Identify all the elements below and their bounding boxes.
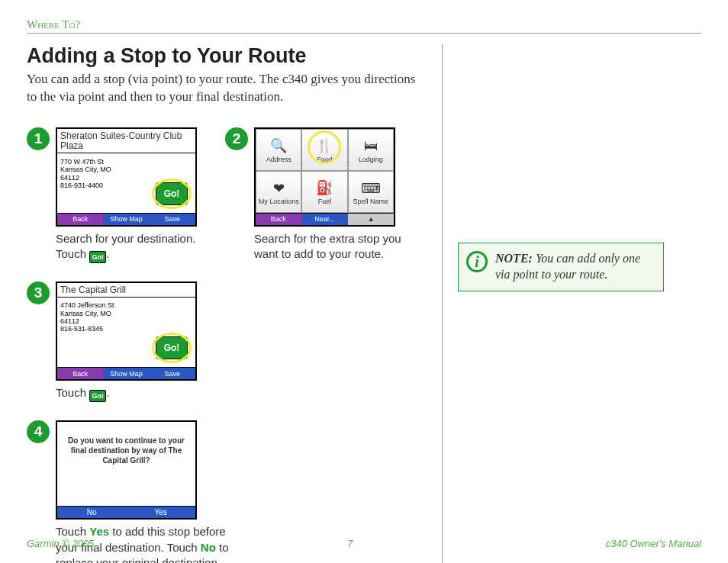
step-number-4: 4 — [27, 420, 50, 443]
step-number-1: 1 — [27, 127, 50, 150]
highlight-ring-icon — [152, 333, 192, 363]
go-inline-icon: Go! — [89, 390, 106, 402]
yes-button[interactable]: Yes — [127, 506, 196, 518]
category-fuel[interactable]: ⛽Fuel — [301, 171, 347, 213]
no-button[interactable]: No — [57, 506, 127, 518]
header-rule: Where To? — [27, 18, 701, 34]
poi-title: The Capital Grill — [57, 283, 195, 298]
confirmation-prompt: Do you want to continue to your final de… — [63, 436, 189, 465]
show-map-softkey[interactable]: Show Map — [103, 367, 149, 379]
step-3: 3 The Capital Grill 4740 Jefferson St Ka… — [27, 282, 225, 402]
step-2-screenshot: 🔍Address 🍴Food 🛏Lodging ❤My Locations ⛽F… — [254, 127, 395, 227]
save-softkey[interactable]: Save — [150, 367, 195, 379]
step-2-caption: Search for the extra stop you want to ad… — [254, 231, 424, 262]
caption-text: Touch — [56, 386, 89, 399]
addr-line: 816-931-4400 — [60, 182, 103, 189]
lodging-icon: 🛏 — [361, 136, 381, 156]
footer-right: c340 Owner's Manual — [606, 538, 701, 549]
category-address[interactable]: 🔍Address — [256, 129, 301, 171]
category-spell-name[interactable]: ⌨Spell Name — [348, 171, 394, 213]
page-title: Adding a Stop to Your Route — [27, 44, 428, 68]
poi-title: Sheraton Suites-Country Club Plaza — [57, 129, 195, 153]
step-3-screenshot: The Capital Grill 4740 Jefferson St Kans… — [56, 282, 197, 381]
save-softkey[interactable]: Save — [150, 213, 195, 225]
category-label: Lodging — [359, 156, 383, 163]
back-softkey[interactable]: Back — [256, 213, 301, 225]
left-column: Adding a Stop to Your Route You can add … — [27, 44, 443, 563]
addr-line: 816-531-8345 — [60, 325, 103, 333]
intro-text: You can add a stop (via point) to your r… — [27, 71, 428, 106]
step-1-screenshot: Sheraton Suites-Country Club Plaza 770 W… — [56, 127, 197, 227]
note-text: NOTE: You can add only one via point to … — [495, 251, 654, 283]
caption-text: Search for your destination. Touch — [56, 232, 195, 260]
addr-line: Kansas City, MO — [60, 166, 111, 173]
go-inline-icon: Go! — [89, 251, 106, 263]
step-4-screenshot: Do you want to continue to your final de… — [56, 420, 197, 520]
step-1-caption: Search for your destination. Touch Go!. — [56, 231, 225, 263]
category-food[interactable]: 🍴Food — [301, 129, 347, 171]
page-footer: Garmin © 2005 7 c340 Owner's Manual — [27, 538, 701, 549]
step-1: 1 Sheraton Suites-Country Club Plaza 770… — [27, 127, 225, 263]
category-label: My Locations — [259, 198, 299, 205]
show-map-softkey[interactable]: Show Map — [103, 213, 149, 225]
back-softkey[interactable]: Back — [57, 213, 103, 225]
highlight-ring-icon — [308, 130, 341, 164]
note-label: NOTE: — [495, 252, 533, 265]
near-softkey[interactable]: Near... — [301, 213, 349, 225]
addr-line: 64112 — [60, 174, 79, 182]
category-label: Spell Name — [353, 198, 389, 205]
yes-label: Yes — [89, 525, 109, 538]
caption-text: . — [106, 386, 109, 399]
caption-text: . — [106, 247, 109, 260]
step-number-2: 2 — [225, 127, 248, 150]
footer-page-number: 7 — [347, 538, 353, 549]
info-icon: i — [466, 251, 488, 272]
keyboard-icon: ⌨ — [361, 179, 381, 198]
category-my-locations[interactable]: ❤My Locations — [256, 171, 301, 213]
back-softkey[interactable]: Back — [57, 367, 103, 379]
step-2: 2 🔍Address 🍴Food 🛏Lodging ❤My Locations … — [225, 127, 424, 263]
breadcrumb: Where To? — [27, 18, 701, 31]
addr-line: Kansas City, MO — [60, 310, 111, 317]
caption-text: Touch — [56, 525, 89, 538]
addr-line: 4740 Jefferson St — [60, 301, 114, 309]
step-3-caption: Touch Go!. — [56, 385, 225, 402]
note-box: i NOTE: You can add only one via point t… — [458, 243, 664, 291]
content-columns: Adding a Stop to Your Route You can add … — [27, 44, 701, 563]
category-label: Address — [266, 156, 292, 163]
category-lodging[interactable]: 🛏Lodging — [348, 129, 394, 171]
highlight-ring-icon — [152, 179, 192, 209]
heart-icon: ❤ — [269, 179, 288, 198]
footer-left: Garmin © 2005 — [27, 538, 94, 549]
address-icon: 🔍 — [269, 136, 288, 156]
addr-line: 64112 — [60, 317, 79, 325]
right-column: i NOTE: You can add only one via point t… — [443, 44, 701, 291]
poi-address: 4740 Jefferson St Kansas City, MO 64112 … — [60, 301, 192, 333]
up-arrow-softkey[interactable]: ▲ — [348, 213, 394, 225]
step-number-3: 3 — [27, 282, 50, 304]
addr-line: 770 W 47th St — [60, 158, 104, 166]
step-grid: 1 Sheraton Suites-Country Club Plaza 770… — [27, 127, 428, 563]
category-label: Fuel — [318, 198, 332, 205]
fuel-icon: ⛽ — [314, 178, 334, 198]
